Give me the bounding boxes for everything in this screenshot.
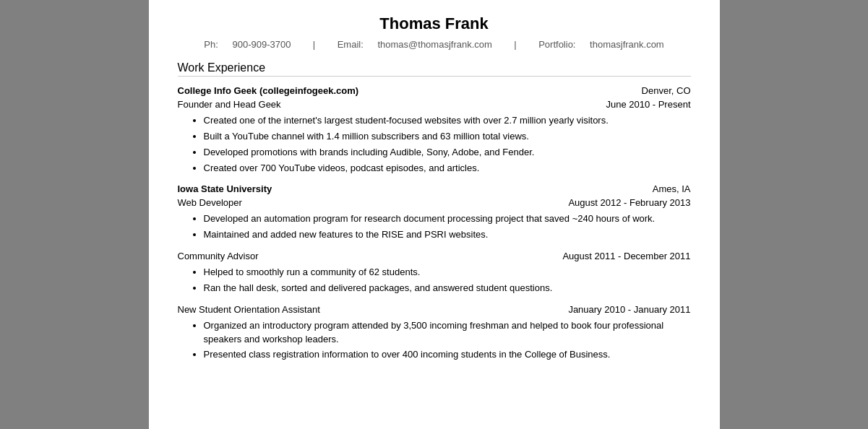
bullet-item: Presented class registration information… xyxy=(204,348,691,362)
bullet-item: Ran the hall desk, sorted and delivered … xyxy=(204,282,691,295)
job-header: College Info Geek (collegeinfogeek.com) … xyxy=(178,85,691,96)
bullet-item: Created over 700 YouTube videos, podcast… xyxy=(204,162,691,176)
email-label: Email: xyxy=(338,39,364,50)
phone-label: Ph: xyxy=(204,39,218,50)
job-dates: June 2010 - Present xyxy=(606,99,690,110)
bullet-item: Organized an introductory program attend… xyxy=(204,319,691,347)
resume-contact: Ph: 900-909-3700 | Email: thomas@thomasj… xyxy=(178,39,691,50)
job-title: New Student Orientation Assistant xyxy=(178,304,320,315)
bullet-item: Maintained and added new features to the… xyxy=(204,228,691,242)
bullet-list: Created one of the internet's largest st… xyxy=(178,114,691,175)
job-header: Iowa State University Ames, IA xyxy=(178,183,691,194)
job-title: Web Developer xyxy=(178,197,242,208)
bullet-item: Created one of the internet's largest st… xyxy=(204,114,691,128)
job-title-row: Community Advisor August 2011 - December… xyxy=(178,251,691,261)
bullet-item: Built a YouTube channel with 1.4 million… xyxy=(204,130,691,144)
company-name: Iowa State University xyxy=(178,183,272,194)
job-location: Denver, CO xyxy=(642,85,691,96)
phone: 900-909-3700 xyxy=(232,39,291,50)
bullet-item: Developed promotions with brands includi… xyxy=(204,146,691,160)
job-dates: August 2011 - December 2011 xyxy=(562,251,690,261)
job-title-row: Founder and Head Geek June 2010 - Presen… xyxy=(178,99,691,110)
page-wrapper: Thomas Frank Ph: 900-909-3700 | Email: t… xyxy=(0,0,868,429)
job-title: Community Advisor xyxy=(178,251,259,261)
bullet-item: Developed an automation program for rese… xyxy=(204,212,691,226)
job-block-iowa-state: Iowa State University Ames, IA Web Devel… xyxy=(178,183,691,362)
portfolio-label: Portfolio: xyxy=(538,39,575,50)
bullet-list: Organized an introductory program attend… xyxy=(178,319,691,363)
resume-name: Thomas Frank xyxy=(178,14,691,33)
work-experience-title: Work Experience xyxy=(178,61,691,77)
bullet-item: Helped to smoothly run a community of 62… xyxy=(204,266,691,280)
separator2: | xyxy=(514,39,516,50)
job-title-row: New Student Orientation Assistant Januar… xyxy=(178,304,691,315)
separator1: | xyxy=(313,39,315,50)
job-location: Ames, IA xyxy=(653,183,691,194)
email: thomas@thomasjfrank.com xyxy=(377,39,491,50)
company-name: College Info Geek (collegeinfogeek.com) xyxy=(178,85,359,96)
job-title: Founder and Head Geek xyxy=(178,99,281,110)
portfolio: thomasjfrank.com xyxy=(590,39,664,50)
job-dates: August 2012 - February 2013 xyxy=(568,197,690,208)
bullet-list: Developed an automation program for rese… xyxy=(178,212,691,242)
resume-container: Thomas Frank Ph: 900-909-3700 | Email: t… xyxy=(149,0,720,429)
job-title-row: Web Developer August 2012 - February 201… xyxy=(178,197,691,208)
bullet-list: Helped to smoothly run a community of 62… xyxy=(178,266,691,295)
job-block-college-info-geek: College Info Geek (collegeinfogeek.com) … xyxy=(178,85,691,175)
job-dates: January 2010 - January 2011 xyxy=(568,304,690,315)
